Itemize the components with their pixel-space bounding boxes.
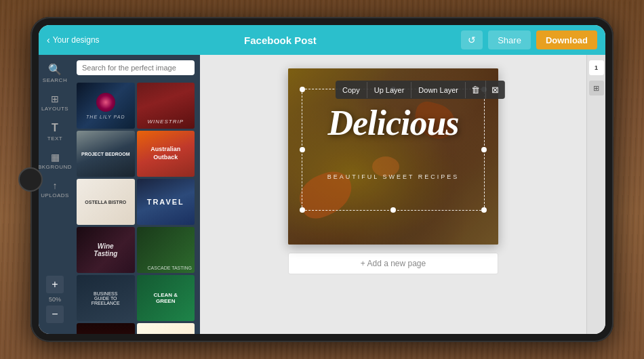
template-clean-green[interactable]: CLEAN & GREEN <box>137 275 195 321</box>
selection-box <box>302 89 485 211</box>
zoom-level: 50% <box>49 296 61 303</box>
text-icon: T <box>52 123 58 133</box>
handle-bottom-right[interactable] <box>481 207 487 213</box>
app-header: ‹ Your designs Facebook Post ↺ Share Dow… <box>39 25 605 55</box>
right-panel: 1 ⊞ <box>586 55 605 334</box>
template-business[interactable]: BUSINESSGUIDE TOFREELANCE <box>77 275 135 321</box>
template-winestrip[interactable]: WINESTRIP <box>137 83 195 129</box>
zoom-in-button[interactable]: + <box>46 276 64 293</box>
uploads-icon: ↑ <box>53 181 58 190</box>
copy-button[interactable]: Copy <box>336 82 367 98</box>
handle-bottom-left[interactable] <box>300 207 305 213</box>
more-icon[interactable]: ⊠ <box>486 81 505 99</box>
template-australian-outback[interactable]: AustralianOutback <box>137 131 195 177</box>
search-box-container <box>71 55 200 81</box>
handle-top-left[interactable] <box>300 87 305 92</box>
back-label: Your designs <box>53 35 100 45</box>
delete-icon[interactable]: 🗑 <box>466 81 486 99</box>
sidebar-item-background-label: BKGROUND <box>39 164 72 170</box>
template-project-bedroom[interactable]: PROJECT BEDROOM <box>77 131 135 177</box>
page-title: Facebook Post <box>100 35 462 46</box>
templates-panel: THE LILY PAD WINESTRIP PROJECT BEDROOM <box>71 55 200 334</box>
handle-middle-right[interactable] <box>481 147 487 152</box>
background-icon: ▦ <box>51 152 60 162</box>
page-indicator: 1 <box>589 60 604 75</box>
sidebar-item-search[interactable]: 🔍 SEARCH <box>39 60 71 87</box>
tablet-screen: ‹ Your designs Facebook Post ↺ Share Dow… <box>39 25 605 334</box>
handle-bottom-middle[interactable] <box>390 207 396 213</box>
zoom-out-button[interactable]: − <box>46 305 64 323</box>
download-button[interactable]: Download <box>536 30 597 49</box>
template-wine-tasting[interactable]: Wine Tasting <box>77 227 135 273</box>
template-dark-city[interactable]: CITY <box>77 323 135 334</box>
sidebar-item-uploads[interactable]: ↑ UPLOADS <box>39 177 71 203</box>
search-input[interactable] <box>77 60 195 75</box>
main-content: 🔍 SEARCH ⊞ LAYOUTS T TEXT ▦ BKGROUND ↑ <box>39 55 605 334</box>
template-humble-honey[interactable]: IntroducingHUMBLEHONEY <box>137 323 195 334</box>
template-travel[interactable]: TRAVEL <box>137 179 195 225</box>
canvas-area: Copy Up Layer Down Layer 🗑 ⊠ Delicious B… <box>200 55 586 334</box>
header-actions: ↺ Share Download <box>461 30 597 49</box>
template-cascade-tasting[interactable]: CASCADE TASTING <box>137 227 195 273</box>
sidebar-item-uploads-label: UPLOADS <box>41 192 69 198</box>
duplicate-page-button[interactable]: ⊞ <box>589 81 604 96</box>
sidebar-item-background[interactable]: ▦ BKGROUND <box>39 148 71 174</box>
template-ostella-bistro[interactable]: OSTELLA BISTRO <box>77 179 135 225</box>
handle-middle-left[interactable] <box>300 147 305 152</box>
add-page-label: + Add a new page <box>361 259 426 268</box>
sidebar-item-search-label: SEARCH <box>43 77 67 83</box>
add-new-page-button[interactable]: + Add a new page <box>288 253 498 274</box>
back-button[interactable]: ‹ Your designs <box>47 35 100 45</box>
undo-button[interactable]: ↺ <box>461 30 483 49</box>
templates-grid: THE LILY PAD WINESTRIP PROJECT BEDROOM <box>71 81 200 334</box>
sidebar-item-layouts-label: LAYOUTS <box>41 106 68 112</box>
sidebar-bottom: + 50% − <box>46 276 64 329</box>
down-layer-button[interactable]: Down Layer <box>411 82 466 98</box>
sidebar-item-text-label: TEXT <box>47 135 62 142</box>
design-canvas[interactable]: Copy Up Layer Down Layer 🗑 ⊠ Delicious B… <box>288 68 498 245</box>
tablet-frame: ‹ Your designs Facebook Post ↺ Share Dow… <box>31 17 613 342</box>
back-arrow-icon: ‹ <box>47 35 50 45</box>
sidebar-item-layouts[interactable]: ⊞ LAYOUTS <box>39 90 71 116</box>
context-menu: Copy Up Layer Down Layer 🗑 ⊠ <box>336 81 505 99</box>
sidebar-nav: 🔍 SEARCH ⊞ LAYOUTS T TEXT ▦ BKGROUND ↑ <box>39 55 71 334</box>
up-layer-button[interactable]: Up Layer <box>367 82 412 98</box>
layouts-icon: ⊞ <box>51 94 59 104</box>
share-button[interactable]: Share <box>488 30 531 49</box>
template-lily-pad[interactable]: THE LILY PAD <box>77 83 135 129</box>
search-icon: 🔍 <box>48 64 62 75</box>
sidebar-item-text[interactable]: T TEXT <box>39 119 71 146</box>
